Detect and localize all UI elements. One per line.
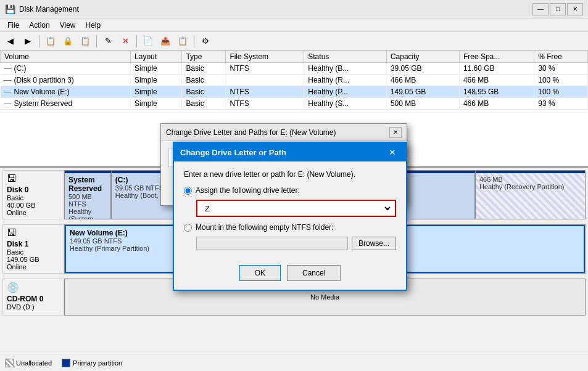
disk0-partition2[interactable]: 466 MB Healthy (Recovery Partition) — [476, 171, 585, 219]
radio-mount[interactable] — [184, 224, 192, 232]
cell-free: 466 MB — [459, 98, 534, 110]
cell-volume: —(Disk 0 partition 3) — [1, 75, 131, 86]
cdrom0-label: 💿 CD-ROM 0 DVD (D:) — [2, 279, 64, 316]
toolbar-settings[interactable]: ⚙ — [197, 34, 213, 49]
inner-dialog-ok-button[interactable]: OK — [239, 265, 281, 281]
col-pct: % Free — [534, 51, 588, 63]
title-bar: 💾 Disk Management — □ ✕ — [0, 0, 588, 18]
col-free: Free Spa... — [459, 51, 534, 63]
browse-button[interactable]: Browse... — [352, 237, 396, 250]
cell-capacity: 500 MB — [386, 98, 459, 110]
maximize-button[interactable]: □ — [550, 3, 566, 15]
radio-mount-label[interactable]: Mount in the following empty NTFS folder… — [196, 223, 333, 232]
legend-primary-label: Primary partition — [73, 359, 122, 367]
menu-help[interactable]: Help — [81, 20, 106, 31]
disk0-partition0[interactable]: System Reserved 500 MB NTFS Healthy (Sys… — [65, 171, 112, 219]
minimize-button[interactable]: — — [532, 3, 549, 15]
disk1-status: Online — [7, 263, 60, 271]
inner-dialog: Change Drive Letter or Path ✕ Enter a ne… — [173, 142, 407, 291]
mount-path-row: Browse... — [196, 237, 396, 250]
inner-dialog-content: Enter a new drive letter or path for E: … — [174, 161, 406, 263]
toolbar-btn2[interactable]: 🔒 — [60, 34, 76, 49]
legend-primary-box — [62, 359, 70, 367]
close-button[interactable]: ✕ — [567, 3, 583, 15]
inner-dialog-cancel-button[interactable]: Cancel — [287, 265, 341, 281]
part-status: Healthy (Recovery Partition) — [479, 183, 581, 190]
disk0-label: 🖫 Disk 0 Basic 40.00 GB Online — [2, 170, 64, 219]
radio-assign-label[interactable]: Assign the following drive letter: — [196, 186, 300, 195]
toolbar-sep1 — [39, 35, 39, 47]
inner-dialog-title-bar: Change Drive Letter or Path ✕ — [174, 143, 406, 161]
cell-capacity: 149.05 GB — [386, 86, 459, 98]
drive-select-row: Z A B E F G — [196, 200, 396, 217]
inner-dialog-description: Enter a new drive letter or path for E: … — [184, 170, 396, 179]
table-header-row: Volume Layout Type File System Status Ca… — [1, 51, 588, 63]
cell-capacity: 39.05 GB — [386, 63, 459, 75]
cell-fs: NTFS — [226, 86, 304, 98]
radio-assign-row: Assign the following drive letter: — [184, 186, 396, 195]
toolbar-btn3[interactable]: 📋 — [77, 34, 93, 49]
cell-status: Healthy (B... — [304, 63, 387, 75]
disk1-type: Basic — [7, 248, 60, 256]
col-type: Type — [182, 51, 226, 63]
part-name: System Reserved — [68, 176, 107, 193]
col-capacity: Capacity — [386, 51, 459, 63]
cell-pct: 100 % — [534, 86, 588, 98]
toolbar-btn1[interactable]: 📋 — [43, 34, 59, 49]
cell-pct: 100 % — [534, 75, 588, 86]
cell-free: 148.95 GB — [459, 86, 534, 98]
cell-layout: Simple — [131, 98, 182, 110]
col-fs: File System — [226, 51, 304, 63]
cdrom0-type: DVD (D:) — [7, 303, 60, 311]
legend-unallocated: Unallocated — [5, 359, 52, 367]
table-row[interactable]: —New Volume (E:) Simple Basic NTFS Healt… — [1, 86, 588, 98]
col-status: Status — [304, 51, 387, 63]
menu-file[interactable]: File — [2, 20, 24, 31]
menu-view[interactable]: View — [55, 20, 81, 31]
disk0-name: Disk 0 — [7, 186, 60, 194]
inner-dialog-close-button[interactable]: ✕ — [385, 145, 400, 160]
inner-dialog-title-text: Change Drive Letter or Path — [180, 148, 385, 157]
app-title: Disk Management — [19, 5, 532, 14]
disk0-icon: 🖫 — [7, 173, 60, 184]
part-size: 500 MB NTFS — [68, 193, 107, 208]
part-size: 466 MB — [479, 176, 581, 183]
legend-unallocated-label: Unallocated — [16, 359, 52, 367]
cell-free: 11.60 GB — [459, 63, 534, 75]
drive-letter-select[interactable]: Z A B E F G — [200, 202, 392, 215]
toolbar-btn5[interactable]: 📄 — [140, 34, 156, 49]
legend-unallocated-box — [5, 359, 14, 367]
outer-dialog-title-bar: Change Drive Letter and Paths for E: (Ne… — [161, 124, 407, 141]
outer-dialog-close-button[interactable]: ✕ — [389, 127, 402, 138]
disk1-icon: 🖫 — [7, 227, 60, 238]
menu-action[interactable]: Action — [24, 20, 54, 31]
cell-fs: NTFS — [226, 98, 304, 110]
cell-fs: NTFS — [226, 63, 304, 75]
toolbar-delete[interactable]: ✕ — [117, 34, 133, 49]
radio-assign[interactable] — [184, 187, 192, 195]
cell-layout: Simple — [131, 75, 182, 86]
cell-free: 466 MB — [459, 75, 534, 86]
cell-capacity: 466 MB — [386, 75, 459, 86]
disk0-status: Online — [7, 209, 60, 216]
table-row[interactable]: —System Reserved Simple Basic NTFS Healt… — [1, 98, 588, 110]
col-layout: Layout — [131, 51, 182, 63]
disk0-size: 40.00 GB — [7, 202, 60, 209]
mount-path-input[interactable] — [196, 237, 348, 250]
table-row[interactable]: —(C:) Simple Basic NTFS Healthy (B... 39… — [1, 63, 588, 75]
no-media-label: No Media — [310, 293, 339, 301]
toolbar-btn6[interactable]: 📤 — [157, 34, 173, 49]
outer-dialog-title-text: Change Drive Letter and Paths for E: (Ne… — [166, 128, 389, 137]
cell-status: Healthy (R... — [304, 75, 387, 86]
cell-status: Healthy (P... — [304, 86, 387, 98]
drive-letter-border: Z A B E F G — [196, 200, 396, 217]
toolbar-btn7[interactable]: 📋 — [175, 34, 191, 49]
cell-status: Healthy (S... — [304, 98, 387, 110]
menu-bar: File Action View Help — [0, 18, 588, 32]
toolbar-back[interactable]: ◀ — [2, 34, 19, 49]
cell-fs — [226, 75, 304, 86]
table-row[interactable]: —(Disk 0 partition 3) Simple Basic Healt… — [1, 75, 588, 86]
toolbar-forward[interactable]: ▶ — [20, 34, 36, 49]
cell-layout: Simple — [131, 86, 182, 98]
toolbar-btn4[interactable]: ✎ — [100, 34, 116, 49]
